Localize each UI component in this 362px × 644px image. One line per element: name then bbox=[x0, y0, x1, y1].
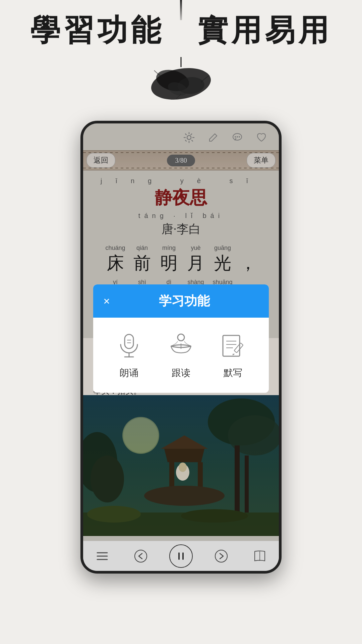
svg-rect-37 bbox=[223, 335, 240, 356]
svg-point-35 bbox=[178, 334, 184, 341]
feature-dictation[interactable]: 默写 bbox=[218, 331, 248, 379]
page-title: 學習功能 實用易用 bbox=[30, 10, 332, 51]
feature-dictation-label: 默写 bbox=[224, 367, 242, 379]
modal-header: × 学习功能 bbox=[93, 284, 269, 318]
top-area: 學習功能 實用易用 bbox=[0, 0, 362, 134]
feature-follow-label: 跟读 bbox=[172, 367, 190, 379]
feature-recite[interactable]: 朗诵 bbox=[114, 331, 144, 379]
modal-body: 朗诵 bbox=[93, 318, 269, 393]
microphone-icon bbox=[114, 331, 144, 361]
modal-title: 学习功能 bbox=[110, 292, 259, 310]
modal-close-button[interactable]: × bbox=[103, 295, 110, 307]
reading-icon bbox=[166, 331, 196, 361]
learning-modal: × 学习功能 朗诵 bbox=[93, 284, 269, 393]
write-icon bbox=[218, 331, 248, 361]
phone-screen: 返回 3/80 菜单 jīng yè sī 静夜思 táng · lǐ bái … bbox=[83, 123, 279, 571]
ink-decoration bbox=[144, 57, 218, 101]
svg-rect-30 bbox=[125, 334, 133, 348]
phone-mockup: 返回 3/80 菜单 jīng yè sī 静夜思 táng · lǐ bái … bbox=[80, 121, 282, 574]
feature-recite-label: 朗诵 bbox=[120, 367, 138, 379]
svg-marker-42 bbox=[232, 353, 235, 356]
feature-follow-read[interactable]: 跟读 bbox=[166, 331, 196, 379]
